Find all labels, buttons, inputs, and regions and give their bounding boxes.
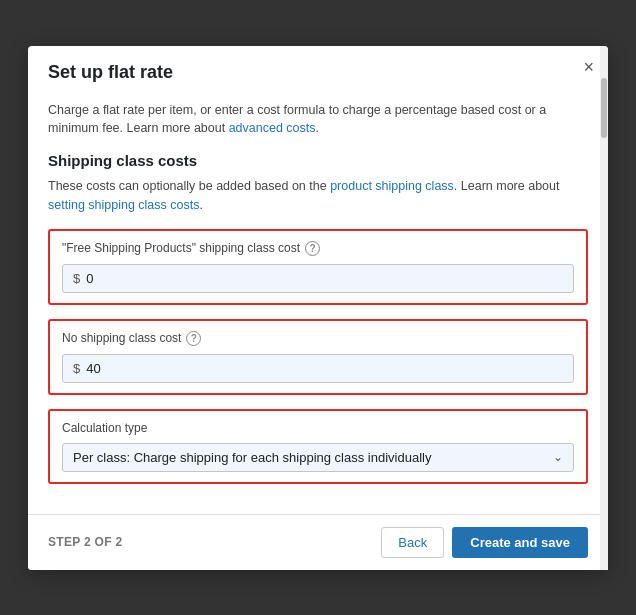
free-shipping-help-icon[interactable]: ? (305, 241, 320, 256)
modal-description: Charge a flat rate per item, or enter a … (48, 101, 588, 139)
scrollbar-track[interactable] (600, 46, 608, 570)
free-shipping-prefix: $ (73, 271, 80, 286)
create-save-button[interactable]: Create and save (452, 527, 588, 558)
modal-footer: STEP 2 OF 2 Back Create and save (28, 514, 608, 570)
close-button[interactable]: × (583, 58, 594, 76)
free-shipping-input-wrapper: $ (62, 264, 574, 293)
advanced-costs-link[interactable]: advanced costs (229, 121, 316, 135)
footer-buttons: Back Create and save (381, 527, 588, 558)
free-shipping-input[interactable] (86, 271, 563, 286)
section-description: These costs can optionally be added base… (48, 177, 588, 215)
product-shipping-class-link[interactable]: product shipping class (330, 179, 454, 193)
section-title: Shipping class costs (48, 152, 588, 169)
calc-type-select-wrapper: Per class: Charge shipping for each ship… (62, 443, 574, 472)
step-indicator: STEP 2 OF 2 (48, 535, 122, 549)
modal-container: Set up flat rate × Charge a flat rate pe… (28, 46, 608, 570)
back-button[interactable]: Back (381, 527, 444, 558)
calc-type-label: Calculation type (62, 421, 574, 435)
no-shipping-input-wrapper: $ (62, 354, 574, 383)
no-shipping-help-icon[interactable]: ? (186, 331, 201, 346)
no-shipping-prefix: $ (73, 361, 80, 376)
modal-header: Set up flat rate × (28, 46, 608, 91)
no-shipping-input[interactable] (86, 361, 563, 376)
modal-title: Set up flat rate (48, 62, 588, 83)
calc-type-field-group: Calculation type Per class: Charge shipp… (48, 409, 588, 484)
setting-shipping-class-link[interactable]: setting shipping class costs (48, 198, 199, 212)
free-shipping-field-group: "Free Shipping Products" shipping class … (48, 229, 588, 305)
modal-overlay: Set up flat rate × Charge a flat rate pe… (0, 0, 636, 615)
modal-body: Charge a flat rate per item, or enter a … (28, 91, 608, 514)
no-shipping-label: No shipping class cost ? (62, 331, 574, 346)
calc-type-select[interactable]: Per class: Charge shipping for each ship… (73, 450, 563, 465)
free-shipping-label: "Free Shipping Products" shipping class … (62, 241, 574, 256)
no-shipping-field-group: No shipping class cost ? $ (48, 319, 588, 395)
